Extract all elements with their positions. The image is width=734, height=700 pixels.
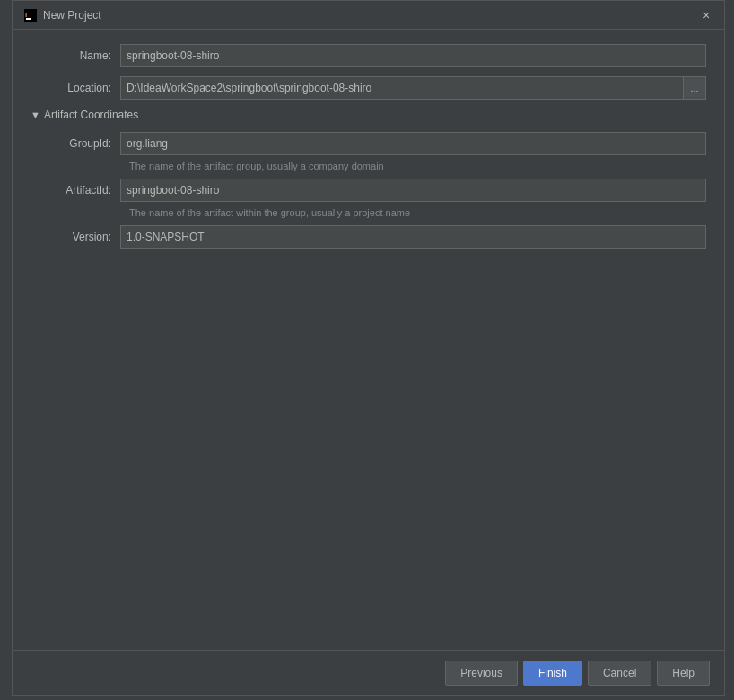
location-input[interactable] (120, 76, 683, 100)
section-title: Artifact Coordinates (44, 109, 138, 121)
artifact-coordinates-section-header: ▼ Artifact Coordinates (31, 109, 706, 121)
groupid-input[interactable] (120, 132, 706, 155)
intellij-icon: I (23, 8, 38, 22)
close-button[interactable]: × (699, 8, 713, 22)
dialog-content: Name: Location: ... ▼ Artifact Coordinat… (13, 30, 724, 650)
artifactid-input[interactable] (120, 179, 706, 202)
version-row: Version: (31, 225, 706, 249)
groupid-label: GroupId: (31, 137, 120, 150)
artifactid-label: ArtifactId: (31, 184, 120, 197)
cancel-button[interactable]: Cancel (588, 661, 651, 686)
location-row: Location: ... (31, 76, 706, 100)
name-label: Name: (31, 49, 120, 62)
groupid-hint: The name of the artifact group, usually … (129, 161, 706, 171)
version-label: Version: (31, 231, 120, 243)
location-label: Location: (31, 82, 120, 94)
artifactid-row: ArtifactId: (31, 179, 706, 202)
section-toggle-icon[interactable]: ▼ (31, 109, 40, 120)
finish-button[interactable]: Finish (523, 661, 582, 686)
help-button[interactable]: Help (657, 661, 710, 686)
artifactid-hint: The name of the artifact within the grou… (129, 207, 706, 218)
svg-text:I: I (25, 11, 27, 19)
location-input-wrap: ... (120, 76, 706, 100)
title-bar-left: I New Project (23, 8, 101, 22)
dialog-overlay: I New Project × Name: Location: ... (0, 0, 734, 700)
version-input[interactable] (120, 225, 706, 249)
dialog-title: New Project (43, 9, 101, 22)
name-input[interactable] (120, 44, 706, 67)
dialog-footer: Previous Finish Cancel Help (13, 650, 724, 695)
name-row: Name: (31, 44, 706, 67)
title-bar: I New Project × (13, 1, 724, 30)
new-project-dialog: I New Project × Name: Location: ... (12, 0, 725, 696)
previous-button[interactable]: Previous (445, 661, 518, 686)
location-browse-button[interactable]: ... (683, 76, 706, 100)
groupid-row: GroupId: (31, 132, 706, 155)
